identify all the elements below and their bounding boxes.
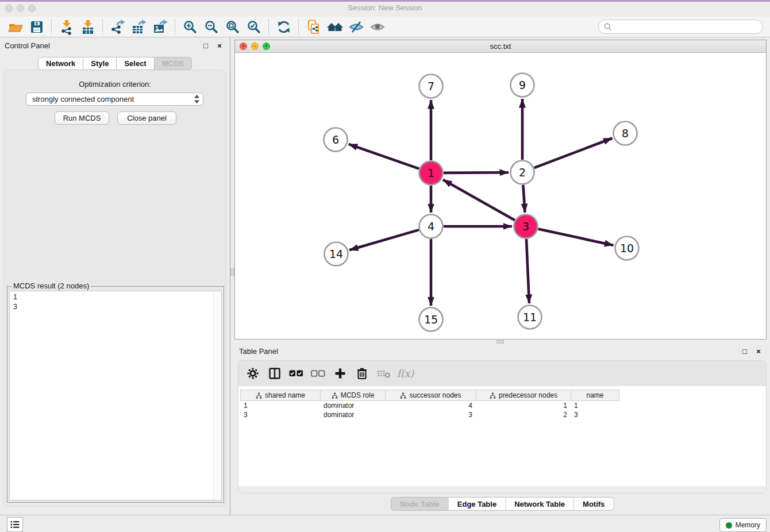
network-graph-svg[interactable]: 7968124314101511 xyxy=(235,53,766,340)
double-house-button[interactable] xyxy=(324,18,345,36)
export-network-button[interactable] xyxy=(107,18,128,36)
table-cell[interactable]: 1 xyxy=(571,401,619,410)
table-cell[interactable]: 3 xyxy=(385,410,476,419)
add-column-button[interactable] xyxy=(333,365,347,381)
zoom-fit-button[interactable] xyxy=(222,18,243,36)
split-panel-button[interactable] xyxy=(267,365,282,381)
table-cell[interactable]: dominator xyxy=(320,410,385,419)
column-header-name[interactable]: name xyxy=(571,390,619,400)
tab-edge-table[interactable]: Edge Table xyxy=(449,497,506,511)
search-input[interactable] xyxy=(615,21,763,33)
export-table-button[interactable] xyxy=(128,18,149,36)
vertical-splitter[interactable] xyxy=(230,37,234,515)
table-settings-button[interactable] xyxy=(245,365,260,381)
mcds-result-list[interactable]: 13 xyxy=(9,291,222,500)
column-header-predecessor-nodes[interactable]: predecessor nodes xyxy=(476,390,571,400)
zoom-selected-icon xyxy=(246,19,262,35)
deselect-all-button[interactable] xyxy=(311,365,325,381)
graph-node-10[interactable]: 10 xyxy=(615,237,639,260)
graph-node-6[interactable]: 6 xyxy=(324,128,348,152)
graph-edge-3-10[interactable] xyxy=(538,229,614,245)
zoom-selected-button[interactable] xyxy=(243,18,264,36)
table-row[interactable]: 1dominator411 xyxy=(240,401,619,410)
graph-edge-1-2[interactable] xyxy=(444,172,509,173)
import-table-button[interactable] xyxy=(77,18,98,36)
table-panel-title: Table Panel xyxy=(239,347,278,356)
export-image-button[interactable] xyxy=(149,18,171,36)
graph-node-1[interactable]: 1 xyxy=(419,161,443,185)
close-panel-icon[interactable]: × xyxy=(215,41,224,50)
table-cell[interactable]: 3 xyxy=(571,410,619,419)
close-table-panel-icon[interactable]: × xyxy=(754,346,763,356)
graph-edge-2-3[interactable] xyxy=(523,185,525,213)
tab-style[interactable]: Style xyxy=(83,57,117,70)
zoom-in-button[interactable] xyxy=(179,18,201,36)
graph-edge-3-11[interactable] xyxy=(526,239,529,303)
result-scrollbar[interactable] xyxy=(213,292,221,499)
graph-node-3[interactable]: 3 xyxy=(514,215,538,238)
float-panel-icon[interactable]: □ xyxy=(201,41,210,50)
graph-node-4[interactable]: 4 xyxy=(419,215,443,238)
graph-node-11[interactable]: 11 xyxy=(518,306,542,329)
column-header-MCDS-role[interactable]: MCDS role xyxy=(321,390,386,400)
graph-edge-3-1[interactable] xyxy=(443,180,515,220)
apply-layout-button[interactable] xyxy=(273,18,294,36)
mcds-result-item: 3 xyxy=(10,302,221,312)
network-view-window: × − + scc.txt 7968124314101511 xyxy=(234,40,767,340)
horizontal-splitter[interactable] xyxy=(234,340,770,344)
vertical-splitter-handle[interactable] xyxy=(230,268,234,276)
table-cell[interactable]: 4 xyxy=(385,401,476,410)
graph-edge-2-8[interactable] xyxy=(534,138,613,168)
graph-node-7[interactable]: 7 xyxy=(419,75,443,98)
column-header-successor-nodes[interactable]: successor nodes xyxy=(386,390,476,400)
horizontal-splitter-handle[interactable] xyxy=(496,340,504,344)
graph-node-14[interactable]: 14 xyxy=(325,242,348,266)
task-history-button[interactable] xyxy=(7,517,23,532)
graph-node-9[interactable]: 9 xyxy=(511,74,534,97)
tab-network[interactable]: Network xyxy=(38,57,83,70)
hide-eye-slash-button[interactable] xyxy=(345,18,367,36)
table-cell[interactable]: dominator xyxy=(320,401,385,410)
tab-network-table[interactable]: Network Table xyxy=(506,497,574,511)
graph-edge-4-14[interactable] xyxy=(349,230,419,250)
delete-table-icon xyxy=(377,369,391,378)
table-cell[interactable]: 3 xyxy=(240,410,320,419)
table-cell[interactable]: 1 xyxy=(476,401,571,410)
select-all-button[interactable] xyxy=(289,365,303,381)
graph-node-label: 4 xyxy=(428,220,434,233)
network-window-titlebar[interactable]: × − + scc.txt xyxy=(235,40,766,53)
memory-button[interactable]: Memory xyxy=(719,518,767,532)
network-canvas[interactable]: 7968124314101511 xyxy=(235,53,766,339)
window-title: Session: New Session xyxy=(0,3,770,12)
graph-node-label: 15 xyxy=(424,313,438,326)
open-session-button[interactable] xyxy=(5,18,26,36)
save-session-button[interactable] xyxy=(26,18,47,36)
function-builder-button: f(x) xyxy=(398,365,413,381)
table-cell[interactable]: 2 xyxy=(476,410,571,419)
graph-node-2[interactable]: 2 xyxy=(511,161,534,184)
tab-node-table[interactable]: Node Table xyxy=(391,497,449,511)
graph-node-15[interactable]: 15 xyxy=(419,308,443,331)
import-network-button[interactable] xyxy=(56,18,77,36)
float-table-panel-icon[interactable]: □ xyxy=(740,346,749,356)
graph-edge-1-6[interactable] xyxy=(349,144,419,169)
table-row[interactable]: 3dominator323 xyxy=(240,410,619,419)
new-network-from-selection-button[interactable] xyxy=(303,18,324,36)
close-panel-button[interactable]: Close panel xyxy=(117,111,176,125)
tab-mcds[interactable]: MCDS xyxy=(155,57,192,70)
table-header-row: shared nameMCDS rolesuccessor nodesprede… xyxy=(240,390,619,401)
run-mcds-button[interactable]: Run MCDS xyxy=(55,111,109,125)
gear-icon xyxy=(247,367,259,380)
delete-column-button[interactable] xyxy=(355,365,369,381)
show-eye-button[interactable] xyxy=(367,18,388,36)
search-field[interactable] xyxy=(598,20,763,34)
graph-node-8[interactable]: 8 xyxy=(614,122,637,145)
column-header-shared-name[interactable]: shared name xyxy=(241,390,321,400)
tab-motifs[interactable]: Motifs xyxy=(574,497,614,511)
criterion-dropdown[interactable]: strongly connected component xyxy=(26,92,203,106)
table-cell[interactable]: 1 xyxy=(240,401,320,410)
tab-select[interactable]: Select xyxy=(117,57,154,70)
delete-table-button xyxy=(376,365,391,381)
zoom-out-button[interactable] xyxy=(201,18,222,36)
main-toolbar xyxy=(0,17,770,37)
